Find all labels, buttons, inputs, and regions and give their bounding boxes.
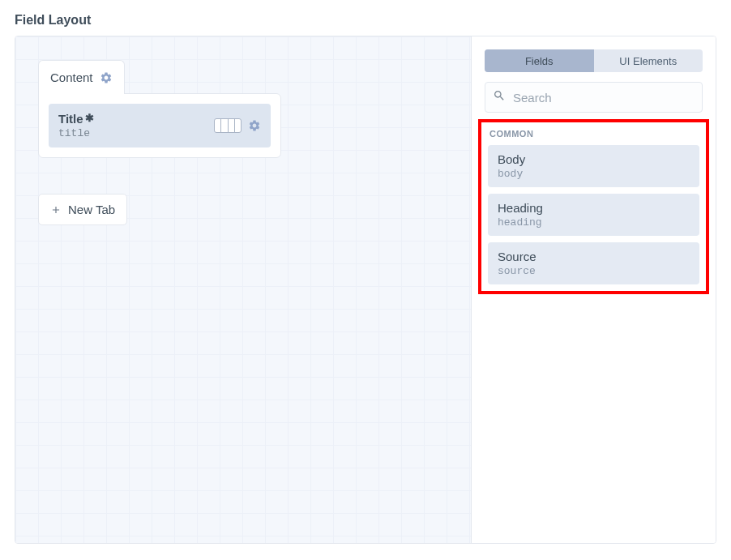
field-label: Title ✱ — [58, 112, 94, 126]
sidebar-tabs: Fields UI Elements — [485, 49, 703, 72]
available-field-name: Source — [498, 250, 690, 263]
available-field-handle: heading — [498, 216, 690, 229]
search-icon — [493, 89, 506, 105]
field-label-text: Title — [58, 112, 83, 126]
group-label-common: COMMON — [488, 129, 699, 139]
field-info: Title ✱ title — [58, 112, 94, 139]
field-layout-container: Content Title ✱ title — [15, 36, 716, 544]
gear-icon[interactable] — [100, 71, 113, 84]
width-selector[interactable] — [214, 118, 242, 133]
available-field-heading[interactable]: Heading heading — [488, 194, 699, 236]
plus-icon — [50, 204, 62, 216]
available-field-source[interactable]: Source source — [488, 242, 699, 284]
field-title[interactable]: Title ✱ title — [49, 104, 271, 147]
tab-content[interactable]: Content — [38, 60, 125, 94]
field-actions — [214, 118, 261, 133]
layout-canvas[interactable]: Content Title ✱ title — [15, 36, 472, 543]
new-tab-label: New Tab — [68, 203, 115, 216]
tab-ui-elements[interactable]: UI Elements — [594, 49, 703, 72]
tab-fields[interactable]: Fields — [485, 49, 594, 72]
search-input[interactable] — [485, 82, 703, 113]
available-field-handle: source — [498, 265, 690, 277]
new-tab-button[interactable]: New Tab — [38, 194, 127, 225]
sidebar: Fields UI Elements COMMON Body body Head… — [472, 36, 716, 543]
available-field-handle: body — [498, 168, 690, 180]
available-fields-list: Body body Heading heading Source source — [488, 145, 699, 284]
highlighted-region: COMMON Body body Heading heading Source … — [478, 119, 709, 294]
required-asterisk: ✱ — [85, 112, 94, 124]
available-field-body[interactable]: Body body — [488, 145, 699, 187]
gear-icon[interactable] — [248, 119, 261, 132]
tab-label: Content — [50, 71, 93, 84]
tab-container: Content Title ✱ title — [38, 59, 281, 158]
tab-body[interactable]: Title ✱ title — [38, 93, 281, 158]
available-field-name: Body — [498, 152, 690, 166]
search-wrapper — [485, 82, 703, 113]
field-handle: title — [58, 127, 94, 139]
page-title: Field Layout — [15, 13, 716, 28]
available-field-name: Heading — [498, 201, 690, 215]
